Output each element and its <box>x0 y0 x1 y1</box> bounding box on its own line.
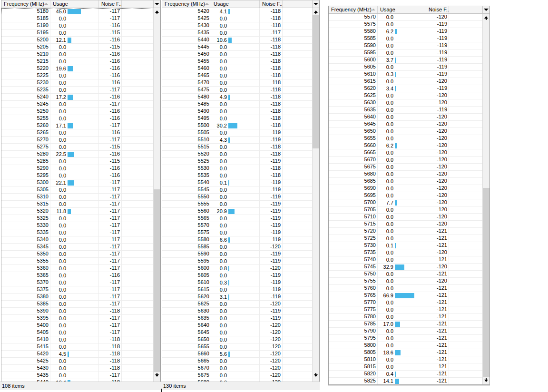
table-row[interactable]: 52150.0-116 <box>1 58 153 65</box>
table-row[interactable]: 53550.0-117 <box>1 258 153 265</box>
table-row[interactable]: 524017.2-116 <box>1 94 153 101</box>
table-row[interactable]: 54300.0-118 <box>1 365 153 372</box>
table-row[interactable]: 55850.0-119 <box>329 35 482 42</box>
scroll-down-button[interactable] <box>483 377 489 384</box>
table-row[interactable]: 56900.0-120 <box>329 185 482 192</box>
scroll-up-button[interactable] <box>154 8 160 15</box>
table-row[interactable]: 55950.0-119 <box>329 49 482 57</box>
table-row[interactable]: 530022.1-117 <box>1 179 153 186</box>
vertical-scrollbar[interactable] <box>482 14 489 384</box>
table-row[interactable]: 53800.0-117 <box>1 294 153 301</box>
table-row[interactable]: 53500.0-117 <box>1 251 153 258</box>
table-row[interactable]: 53150.0-117 <box>1 201 153 208</box>
table-row[interactable]: 54350.0-117 <box>1 372 153 379</box>
table-row[interactable]: 55350.0-118 <box>162 172 312 179</box>
table-row[interactable]: 56450.0-120 <box>329 121 482 128</box>
table-row[interactable]: 54450.0-118 <box>162 44 312 51</box>
scroll-down-button[interactable] <box>313 372 319 379</box>
column-header-noise[interactable]: Noise F... <box>260 0 283 8</box>
table-row[interactable]: 56550.0-120 <box>162 343 312 351</box>
table-row[interactable]: 53400.0-117 <box>1 236 153 244</box>
table-row[interactable]: 51900.0-116 <box>1 22 153 29</box>
table-row[interactable]: 58150.0-121 <box>329 363 482 371</box>
table-row[interactable]: 54204.5-118 <box>1 351 153 358</box>
table-row[interactable]: 54804.9-118 <box>162 94 312 101</box>
table-row[interactable]: 55150.0-118 <box>162 144 312 151</box>
table-row[interactable]: 52900.0-116 <box>1 165 153 172</box>
table-row[interactable]: 53700.0-117 <box>1 279 153 286</box>
table-row[interactable]: 52750.0-115 <box>1 144 153 151</box>
table-row[interactable]: 544010.6-118 <box>162 37 312 44</box>
table-row[interactable]: 56003.7-119 <box>329 57 482 64</box>
table-row[interactable]: 57400.0-121 <box>329 256 482 264</box>
column-header-frequency[interactable]: Frequency (MHz) <box>1 0 50 8</box>
table-row[interactable]: 52350.0-117 <box>1 87 153 94</box>
column-header-noise[interactable]: Noise F... <box>99 0 122 8</box>
column-header-usage[interactable]: Usage <box>378 6 426 13</box>
table-row[interactable]: 56800.0-120 <box>329 171 482 178</box>
table-row[interactable]: 57200.0-121 <box>329 228 482 235</box>
table-row[interactable]: 54350.0-117 <box>162 29 312 37</box>
table-row[interactable]: 54600.0-118 <box>162 65 312 72</box>
table-row[interactable]: 56400.0-120 <box>329 114 482 121</box>
table-row[interactable]: 56500.0-120 <box>329 128 482 135</box>
column-header-frequency[interactable]: Frequency (MHz) <box>329 6 378 13</box>
table-row[interactable]: 55550.0-119 <box>162 201 312 208</box>
table-row[interactable]: 54300.0-118 <box>162 22 312 29</box>
table-row[interactable]: 52050.0-115 <box>1 44 153 51</box>
table-row[interactable]: 55250.0-119 <box>162 158 312 165</box>
table-row[interactable]: 53300.0-117 <box>1 222 153 229</box>
table-row[interactable]: 56150.0-119 <box>162 286 312 294</box>
scrollbar-thumb[interactable] <box>483 188 489 377</box>
table-row[interactable]: 56550.0-120 <box>329 135 482 142</box>
table-row[interactable]: 52700.0-117 <box>1 137 153 144</box>
column-header-usage[interactable]: Usage <box>211 0 260 8</box>
scroll-up-button[interactable] <box>483 14 489 21</box>
scrollbar-thumb[interactable] <box>154 189 160 372</box>
table-row[interactable]: 53050.0-117 <box>1 186 153 194</box>
table-row[interactable]: 53750.0-117 <box>1 286 153 294</box>
table-row[interactable]: 53950.0-117 <box>1 315 153 322</box>
table-row[interactable]: 580518.6-121 <box>329 349 482 356</box>
table-row[interactable]: 56650.0-120 <box>162 358 312 365</box>
table-row[interactable]: 550030.2-118 <box>162 122 312 129</box>
table-row[interactable]: 56750.0-120 <box>162 372 312 379</box>
table-row[interactable]: 52250.0-116 <box>1 72 153 79</box>
table-row[interactable]: 53350.0-117 <box>1 229 153 236</box>
table-row[interactable]: 56000.8-120 <box>162 265 312 272</box>
table-row[interactable]: 52550.0-116 <box>1 115 153 122</box>
table-row[interactable]: 526017.1-117 <box>1 122 153 129</box>
table-row[interactable]: 56850.0-120 <box>329 178 482 185</box>
table-row[interactable]: 57007.7-120 <box>329 199 482 206</box>
table-row[interactable]: 54000.0-117 <box>1 322 153 329</box>
table-row[interactable]: 54250.0-118 <box>162 15 312 22</box>
table-row[interactable]: 54250.0-118 <box>1 358 153 365</box>
table-row[interactable]: 55750.0-119 <box>162 229 312 236</box>
table-row[interactable]: 53850.0-117 <box>1 301 153 308</box>
table-row[interactable]: 55650.0-119 <box>162 215 312 222</box>
table-row[interactable]: 56400.0-120 <box>162 322 312 329</box>
table-row[interactable]: 56350.0-119 <box>162 315 312 322</box>
table-row[interactable]: 520012.1-116 <box>1 37 153 44</box>
table-row[interactable]: 56950.0-120 <box>329 192 482 199</box>
table-row[interactable]: 53250.0-117 <box>1 215 153 222</box>
table-row[interactable]: 518045.0-117 <box>1 8 153 15</box>
table-row[interactable]: 57350.0-120 <box>329 249 482 256</box>
table-row[interactable]: 56350.0-119 <box>329 107 482 114</box>
table-row[interactable]: 54850.0-118 <box>162 101 312 108</box>
table-row[interactable]: 574532.9-120 <box>329 264 482 271</box>
table-row[interactable]: 55104.3-119 <box>162 137 312 144</box>
table-row[interactable]: 56750.0-120 <box>329 164 482 171</box>
table-row[interactable]: 55300.0-118 <box>162 165 312 172</box>
column-chooser-button[interactable] <box>482 6 489 13</box>
table-row[interactable]: 57750.0-121 <box>329 306 482 314</box>
table-row[interactable]: 57700.0-121 <box>329 299 482 306</box>
table-row[interactable]: 578517.0-121 <box>329 321 482 328</box>
column-header-frequency[interactable]: Frequency (MHz) <box>162 0 211 8</box>
table-row[interactable]: 58000.0-121 <box>329 342 482 349</box>
table-row[interactable]: 51850.0-117 <box>1 15 153 22</box>
table-row[interactable]: 56050.0-119 <box>329 64 482 71</box>
table-row[interactable]: 57550.0-120 <box>329 278 482 285</box>
table-row[interactable]: 556020.9-119 <box>162 208 312 215</box>
table-row[interactable]: 55900.0-119 <box>329 42 482 49</box>
